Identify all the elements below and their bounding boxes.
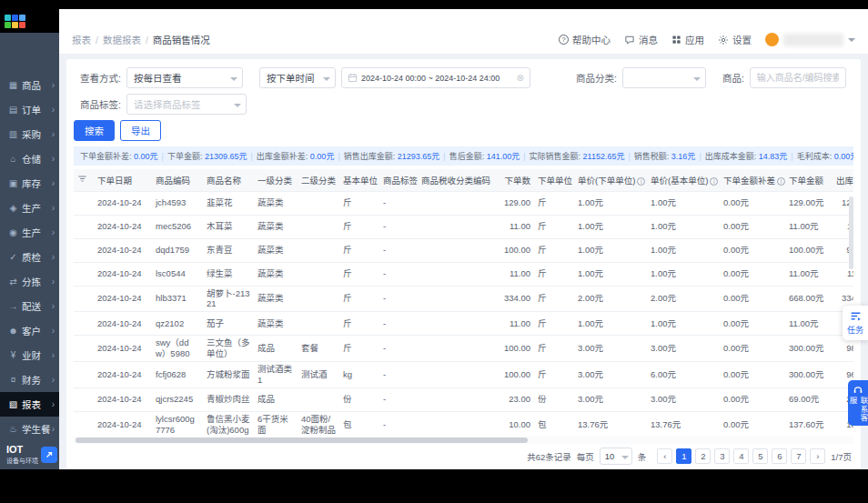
- table-cell: -: [379, 286, 418, 312]
- sidebar-item-生产[interactable]: ◉生产›: [0, 220, 59, 245]
- breadcrumb-item[interactable]: 报表: [72, 33, 91, 46]
- table-cell: 23.00: [494, 387, 534, 411]
- sidebar-item-质检[interactable]: ✓质检›: [0, 245, 59, 269]
- table-cell: 0.00元: [720, 215, 785, 238]
- apps-button[interactable]: 应用: [671, 33, 704, 46]
- table-cell: lylcsr600g7776: [152, 411, 203, 438]
- table-cell: [298, 387, 339, 411]
- sidebar-item-报表[interactable]: ▧报表›: [0, 392, 59, 417]
- table-row[interactable]: 2024-10-24swy（ddw）5980三文鱼（多单位）成品套餐斤-100.…: [74, 336, 853, 362]
- page-button-4[interactable]: 4: [733, 448, 749, 464]
- page-button-6[interactable]: 6: [772, 448, 787, 464]
- chevron-down-icon: [230, 77, 237, 85]
- breadcrumb: 报表/数据报表/商品销售情况: [72, 33, 210, 46]
- filter-icon[interactable]: [77, 174, 87, 184]
- summary-separator: |: [699, 152, 701, 161]
- table-cell: 斤: [339, 336, 379, 362]
- table-row[interactable]: 2024-10-24fcfj0628方城粉浆面测试酒类1测试酒kg-100.00…: [74, 362, 853, 388]
- order-icon: ▤: [7, 105, 19, 115]
- column-header: 下单金额补差i: [720, 169, 785, 191]
- tasks-float-button[interactable]: 任务: [843, 306, 868, 340]
- page-button-2[interactable]: 2: [695, 448, 711, 464]
- table-cell: 斤: [339, 262, 379, 286]
- table-row[interactable]: 2024-10-24dqd1759东青豆蔬菜类斤-100.00斤1.00元1.0…: [74, 238, 853, 262]
- table-cell: 三文鱼（多单位）: [203, 336, 254, 362]
- sidebar-item-生产[interactable]: ◈生产›: [0, 196, 59, 220]
- iot-footer[interactable]: IOT 设备与环境: [0, 442, 59, 469]
- workspace: 查看方式: 按每日查看 按下单时间 2024-10-24 00:00 ~ 202…: [59, 55, 868, 469]
- breadcrumb-item[interactable]: 数据报表: [103, 33, 141, 46]
- sidebar-item-财务[interactable]: ¤财务›: [0, 367, 59, 392]
- page-button-7[interactable]: 7: [791, 448, 806, 464]
- sidebar-item-业财[interactable]: ¥业财›: [0, 343, 59, 367]
- sidebar-item-客户[interactable]: ☻客户›: [0, 318, 59, 343]
- app-window: ▦商品›▤订单›▥采购›⌂仓储›▣库存›◈生产›◉生产›✓质检›⇄分拣›→配送›…: [0, 9, 868, 469]
- vertical-scrollbar-thumb[interactable]: [849, 196, 853, 269]
- table-row[interactable]: 2024-10-24qjcrs2245青椒炒肉丝成品份-23.00份3.00元3…: [74, 387, 853, 411]
- table-cell: -: [379, 238, 418, 262]
- table-cell: 茄子: [203, 312, 254, 336]
- chevron-right-icon: ›: [52, 154, 55, 164]
- page-button-5[interactable]: 5: [752, 448, 768, 464]
- report-table: 下单日期商品编码商品名称一级分类二级分类基本单位商品标签商品税收分类编码下单数下…: [74, 169, 853, 438]
- table-cell: 1.00元: [574, 191, 647, 215]
- prev-page-button[interactable]: ‹: [657, 448, 672, 464]
- help-center-button[interactable]: ? 帮助中心: [559, 33, 611, 46]
- clear-icon[interactable]: ⊗: [517, 73, 524, 83]
- page-button-1[interactable]: 1: [676, 448, 691, 464]
- row-gutter: [74, 362, 94, 388]
- date-range-input[interactable]: 2024-10-24 00:00 ~ 2024-10-24 24:00 ⊗: [341, 67, 530, 88]
- summary-separator: |: [628, 152, 630, 161]
- chevron-down-icon: [693, 77, 701, 85]
- table-row[interactable]: 2024-10-24mec5206木耳菜蔬菜类斤-11.00斤1.00元1.00…: [74, 215, 853, 238]
- product-search-input[interactable]: [750, 67, 846, 88]
- table-row[interactable]: 2024-10-24lylcsr600g7776鲁信黑小麦(淘汰)600g6干货…: [74, 411, 853, 438]
- next-page-button[interactable]: ›: [810, 448, 825, 464]
- sidebar-item-商品[interactable]: ▦商品›: [0, 73, 59, 97]
- logo-grid: [5, 15, 25, 28]
- table-cell: 2024-10-24: [94, 286, 152, 312]
- table-cell: 斤: [534, 336, 574, 362]
- messages-button[interactable]: 消息: [624, 33, 658, 46]
- table-row[interactable]: 2024-10-24qz2102茄子蔬菜类斤-11.00斤1.00元1.00元0…: [74, 312, 853, 336]
- sidebar-item-学生餐[interactable]: ♨学生餐›: [0, 417, 59, 441]
- page-size-select[interactable]: 10: [600, 448, 632, 465]
- time-field-select[interactable]: 按下单时间: [259, 67, 336, 88]
- table-cell: 100.00: [494, 362, 534, 388]
- table-cell: 成品: [254, 336, 298, 362]
- sidebar-item-配送[interactable]: →配送›: [0, 294, 59, 318]
- customer-service-float-button[interactable]: 联系客服: [848, 380, 868, 426]
- table-cell: 11.00元: [785, 312, 833, 336]
- table-cell: -: [379, 262, 418, 286]
- search-button[interactable]: 搜索: [74, 120, 115, 141]
- iot-launch-icon[interactable]: [41, 447, 57, 463]
- settings-button[interactable]: 设置: [718, 33, 752, 46]
- table-row[interactable]: 2024-10-24lsc0544绿生菜蔬菜类斤-11.00斤1.00元1.00…: [74, 262, 853, 286]
- sidebar-item-仓储[interactable]: ⌂仓储›: [0, 146, 59, 171]
- sidebar-item-采购[interactable]: ▥采购›: [0, 122, 59, 146]
- user-name-redacted: [783, 34, 843, 46]
- row-gutter: [74, 191, 94, 215]
- sidebar-item-分拣[interactable]: ⇄分拣›: [0, 269, 59, 294]
- table-cell: 2024-10-24: [94, 336, 152, 362]
- table-row[interactable]: 2024-10-24jch4593韭菜花蔬菜类斤-129.00斤1.00元1.0…: [74, 191, 853, 215]
- table-cell: 3.00元: [574, 336, 647, 362]
- user-menu[interactable]: [765, 33, 855, 46]
- category-select[interactable]: [622, 67, 706, 88]
- summary-separator: |: [338, 152, 339, 161]
- summary-separator: |: [791, 152, 792, 161]
- page-button-3[interactable]: 3: [714, 448, 730, 464]
- table-cell: 2024-10-24: [94, 362, 152, 388]
- breadcrumb-item[interactable]: 商品销售情况: [153, 33, 210, 46]
- row-gutter: [74, 238, 94, 262]
- export-button[interactable]: 导出: [120, 120, 161, 141]
- sidebar-item-订单[interactable]: ▤订单›: [0, 97, 59, 122]
- table-cell: 测试酒: [298, 362, 339, 388]
- horizontal-scrollbar-thumb[interactable]: [76, 438, 528, 443]
- view-mode-select[interactable]: 按每日查看: [126, 67, 243, 88]
- table-row[interactable]: 2024-10-24hlb3371胡萝卜-21321蔬菜类斤-334.00斤2.…: [74, 286, 853, 312]
- sidebar-item-库存[interactable]: ▣库存›: [0, 171, 59, 196]
- tag-select[interactable]: 请选择商品标签: [126, 94, 247, 115]
- table-cell: 129.00: [494, 191, 534, 215]
- table-cell: 2.00元: [574, 286, 647, 312]
